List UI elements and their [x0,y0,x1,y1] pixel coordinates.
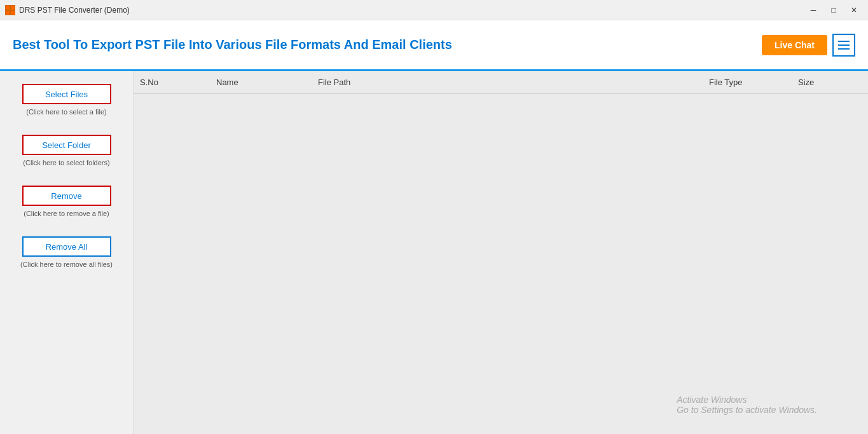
svg-rect-1 [11,6,15,10]
title-bar-left: DRS PST File Converter (Demo) [5,5,130,15]
select-files-hint: (Click here to select a file) [26,108,107,116]
remove-section: Remove (Click here to remove a file) [10,186,123,217]
main-content: Select Files (Click here to select a fil… [0,71,868,434]
remove-all-hint: (Click here to remove all files) [20,261,113,268]
select-files-button[interactable]: Select Files [22,84,111,104]
table-container: S.No Name File Path File Type Size [134,71,868,434]
menu-line-3 [838,48,850,50]
watermark-line2: Go to Settings to activate Windows. [677,405,817,415]
app-title: DRS PST File Converter (Demo) [19,6,130,15]
menu-button[interactable] [832,34,855,57]
title-bar-controls: ─ □ ✕ [804,3,863,17]
header: Best Tool To Export PST File Into Variou… [0,20,868,71]
select-folder-button[interactable]: Select Folder [22,135,111,155]
app-icon [5,5,15,15]
watermark: Activate Windows Go to Settings to activ… [677,395,817,415]
header-right: Live Chat [762,34,855,57]
table-header: S.No Name File Path File Type Size [134,71,868,94]
svg-rect-0 [6,6,10,10]
remove-all-button[interactable]: Remove All [22,236,111,257]
col-filepath-header: File Path [318,78,709,87]
remove-all-section: Remove All (Click here to remove all fil… [10,236,123,268]
title-bar: DRS PST File Converter (Demo) ─ □ ✕ [0,0,868,20]
live-chat-button[interactable]: Live Chat [762,35,827,55]
select-folder-section: Select Folder (Click here to select fold… [10,135,123,166]
select-folder-hint: (Click here to select folders) [23,159,109,166]
remove-hint: (Click here to remove a file) [24,210,109,217]
select-files-section: Select Files (Click here to select a fil… [10,84,123,116]
header-title: Best Tool To Export PST File Into Variou… [13,37,452,52]
maximize-button[interactable]: □ [825,3,843,17]
table-body [134,94,868,434]
col-name-header: Name [216,78,318,87]
minimize-button[interactable]: ─ [804,3,822,17]
col-sno-header: S.No [140,78,216,87]
col-filetype-header: File Type [709,78,798,87]
remove-button[interactable]: Remove [22,186,111,206]
watermark-line1: Activate Windows [677,395,817,405]
close-button[interactable]: ✕ [845,3,863,17]
menu-line-1 [838,41,850,42]
svg-rect-2 [6,11,10,15]
content-area: S.No Name File Path File Type Size [134,71,868,434]
svg-rect-3 [11,11,15,15]
menu-line-2 [838,44,850,46]
sidebar: Select Files (Click here to select a fil… [0,71,134,434]
col-size-header: Size [798,78,862,87]
